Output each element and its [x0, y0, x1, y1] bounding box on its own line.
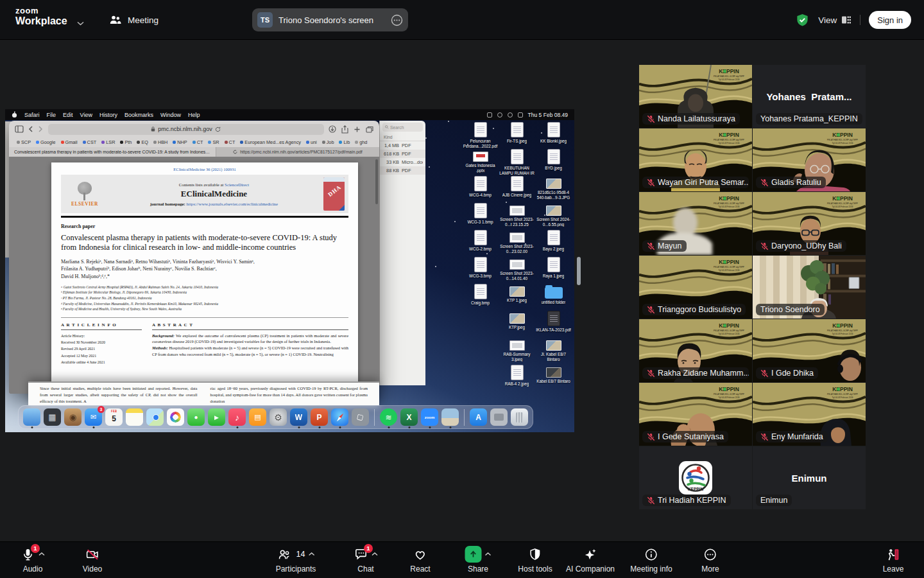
new-tab-icon[interactable] [354, 126, 361, 133]
dock-icon-mail[interactable]: ✉3 [85, 408, 102, 426]
finder-search-field[interactable]: Search [382, 123, 423, 132]
ellipsis-menu-icon[interactable] [391, 14, 403, 26]
menu-bar-clock[interactable]: Thu 5 Feb 08.49 [528, 112, 568, 118]
participant-tile-wayan-giri-putra-semar[interactable]: KEPPIN PELATIHAN EDL-GCRP-digiTEPP Tgl 0… [639, 128, 752, 191]
security-shield-icon[interactable] [795, 13, 810, 28]
bookmark-item[interactable]: Lib [339, 139, 350, 145]
participant-tile-eny-munfarida[interactable]: KEPPIN PELATIHAN EDL-GCRP-digiTEPP Tgl 0… [753, 383, 866, 446]
menu-item[interactable]: History [99, 112, 117, 118]
participant-tile-trianggoro-budisulistyo[interactable]: KEPPIN PELATIHAN EDL-GCRP-digiTEPP Tgl 0… [639, 256, 752, 319]
reload-icon[interactable] [215, 127, 221, 132]
address-bar[interactable]: pmc.ncbi.nlm.nih.gov [48, 124, 324, 135]
tab-pdf[interactable]: https://pmc.ncbi.nlm.nih.gov/articles/PM… [216, 147, 379, 157]
tab-article[interactable]: Convalescent plasma therapy in patients … [9, 147, 216, 157]
bookmark-item[interactable]: CT [225, 139, 235, 145]
desktop-file-icon[interactable]: AJB Cinere.jpeg [499, 176, 535, 203]
participant-tile-i-gde-dhika[interactable]: KEPPIN PELATIHAN EDL-GCRP-digiTEPP Tgl 0… [753, 319, 866, 382]
audio-button[interactable]: 1 Audio [21, 546, 45, 574]
dock-icon-spotify[interactable]: ≋ [380, 408, 397, 426]
dock-icon-contacts[interactable]: ◉ [64, 408, 81, 426]
participant-tile-enimun[interactable]: EnimunEnimun [753, 446, 866, 509]
dock-icon-excel[interactable]: X [400, 408, 418, 426]
menu-item[interactable]: Bookmarks [124, 112, 153, 118]
dock-icon-trash[interactable] [511, 408, 528, 426]
shared-screen-view[interactable]: SafariFileEditViewHistoryBookmarksWindow… [5, 109, 574, 432]
desktop-file-icon[interactable]: IKLAN-TA-2023.pdf [535, 311, 572, 338]
share-page-icon[interactable] [341, 125, 348, 134]
dock-icon-powerpoint[interactable]: P [311, 408, 328, 426]
back-icon[interactable] [28, 126, 33, 132]
sciencedirect-link[interactable]: ScienceDirect [225, 182, 249, 187]
participant-tile-nanda-lailatussuraya[interactable]: KEPPIN PELATIHAN EDL-GCRP-digiTEPP Tgl 0… [639, 65, 752, 128]
bookmark-item[interactable]: Pth [120, 139, 132, 145]
dock-icon-messages[interactable]: ● [187, 408, 205, 426]
tab-meeting[interactable]: Meeting [103, 9, 165, 31]
dock-icon-launchpad[interactable]: ▦ [44, 408, 61, 426]
participants-button[interactable]: 14 Participants [276, 546, 316, 574]
sign-in-button[interactable]: Sign in [869, 11, 911, 29]
host-tools-button[interactable]: Host tools [518, 546, 552, 574]
dock-icon-calendar[interactable]: FEB5 [105, 408, 123, 426]
video-button[interactable]: Video [83, 546, 102, 574]
pdf-viewer[interactable]: EClinicalMedicine 36 (2021) 100931 ELSEV… [9, 157, 379, 394]
dock-icon-maps[interactable] [146, 408, 164, 426]
desktop-file-icon[interactable]: Fir-TS.jpeg [499, 122, 535, 149]
desktop-file-icon[interactable]: Raya 1.jpeg [535, 257, 572, 284]
menu-item[interactable]: Help [188, 112, 200, 118]
more-button[interactable]: More [701, 546, 719, 574]
dock-icon-notes[interactable] [126, 408, 143, 426]
chat-button[interactable]: 1 Chat [354, 546, 378, 574]
homepage-link[interactable]: https://www.journals.elsevier.com/eclini… [187, 202, 278, 206]
input-source-icon[interactable] [518, 112, 523, 118]
participant-tile-daryono-udhy-bali[interactable]: KEPPIN PELATIHAN EDL-GCRP-digiTEPP Tgl 0… [753, 192, 866, 255]
spotlight-search-icon[interactable] [508, 112, 513, 118]
desktop-file-icon[interactable]: WCG-3.bmp [462, 257, 499, 284]
kind-column-header[interactable]: Kind [380, 134, 425, 141]
chat-options-chevron[interactable] [372, 552, 378, 556]
bluetooth-icon[interactable] [487, 112, 492, 118]
react-button[interactable]: React [410, 546, 430, 574]
participant-tile-yohanes-pratama-keppin[interactable]: Yohanes Pratam...Yohanes Pratama_KEPPIN [753, 65, 866, 128]
desktop-file-icon[interactable]: Screen Shot 2024-0...6.55.png [535, 203, 572, 230]
participant-tile-triono-soendoro[interactable]: Triono Soendoro [753, 256, 866, 319]
bookmark-item[interactable]: SCP [17, 139, 31, 145]
dock-icon-finder[interactable] [23, 408, 40, 426]
bookmark-item[interactable]: uni [306, 139, 317, 145]
participant-tile-tri-hadiah-keppin[interactable]: KEPPIN Tri Hadiah KEPPIN [639, 446, 752, 509]
desktop-file-icon[interactable]: Kabel E8/7 Bintaro [535, 365, 572, 392]
menu-item[interactable]: Window [160, 112, 181, 118]
bookmark-item[interactable]: HBH [153, 139, 167, 145]
meeting-info-button[interactable]: Meeting info [630, 546, 672, 574]
finder-file-row[interactable]: 1,4 MB PDF [380, 141, 425, 150]
bookmark-item[interactable]: EQ [137, 139, 148, 145]
bookmark-item[interactable]: LSR [101, 139, 115, 145]
downloads-icon[interactable] [329, 125, 336, 133]
desktop-file-icon[interactable]: BYD.jpeg [535, 149, 572, 176]
view-button[interactable]: View [818, 15, 851, 25]
safari-window[interactable]: pmc.ncbi.nlm.nih.gov [9, 121, 379, 394]
share-button[interactable]: Share [465, 546, 492, 574]
desktop-file-icon[interactable]: WCG-3 1.bmp [462, 203, 499, 230]
desktop-file-icon[interactable]: Screen Shot 2023-0...23.02.00 [499, 230, 535, 257]
desktop-file-icon[interactable]: Peluncuran Perdana...2022.pdf [462, 122, 499, 149]
finder-list-panel[interactable]: Search Kind 1,4 MB PDF 618 KB PDF 33 KB … [379, 121, 425, 385]
desktop-file-icon[interactable]: untitled folder [535, 284, 572, 311]
wifi-icon[interactable] [497, 112, 502, 118]
finder-file-row[interactable]: 618 KB PDF [380, 150, 425, 158]
desktop-file-icon[interactable]: KEBUTUHAN LAMPU RUMAH IR [499, 149, 535, 176]
bookmark-item[interactable]: European Med...es Agency [240, 139, 301, 145]
desktop-file-icon[interactable]: KK Blonki.jpeg [535, 122, 572, 149]
bookmark-item[interactable]: ghd [355, 139, 367, 145]
participants-options-chevron[interactable] [308, 552, 314, 556]
menu-item[interactable]: Safari [24, 112, 40, 118]
participant-tile-rakha-zidane-muhamm[interactable]: KEPPIN PELATIHAN EDL-GCRP-digiTEPP Tgl 0… [639, 319, 752, 382]
finder-file-row[interactable]: 88 KB PDF [380, 166, 425, 175]
overlapping-pdf-window[interactable]: Since these initial studies, multiple tr… [28, 381, 379, 407]
participant-tile-gladis-ratuliu[interactable]: KEPPIN PELATIHAN EDL-GCRP-digiTEPP Tgl 0… [753, 128, 866, 191]
dock-icon-safari[interactable] [331, 408, 348, 426]
finder-file-row[interactable]: 33 KB Micro...docx) [380, 158, 425, 166]
audio-options-chevron[interactable] [38, 552, 45, 556]
desktop-file-icon[interactable]: Screen Shot 2023-0...t 23.15.25 [499, 203, 535, 230]
dock-icon-zoomapp[interactable]: zoom [421, 408, 438, 426]
bookmark-item[interactable]: NHP [173, 139, 187, 145]
